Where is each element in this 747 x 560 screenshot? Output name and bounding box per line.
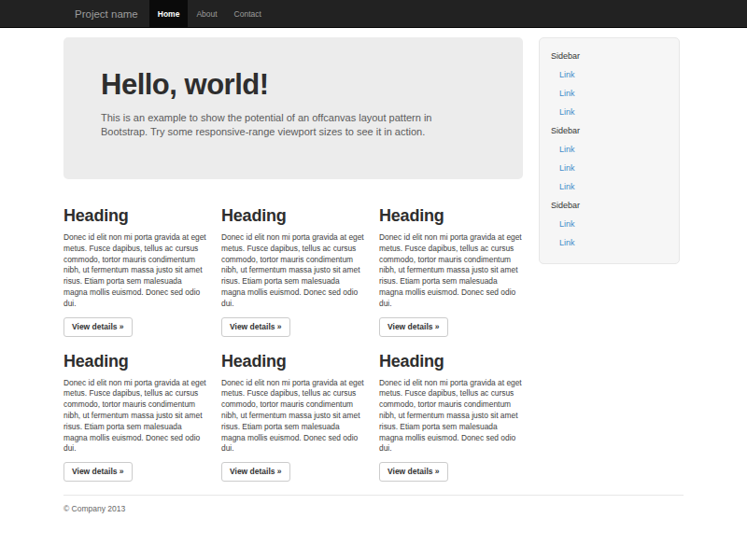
sidebar: Sidebar Link Link Link Sidebar Link Link… <box>539 37 680 264</box>
feature-card: Heading Donec id elit non mi porta gravi… <box>221 352 365 483</box>
sidebar-heading: Sidebar <box>551 47 668 65</box>
feature-card: Heading Donec id elit non mi porta gravi… <box>63 352 207 483</box>
sidebar-link[interactable]: Link <box>551 140 668 159</box>
nav-item-contact[interactable]: Contact <box>226 0 270 27</box>
feature-card: Heading Donec id elit non mi porta gravi… <box>221 206 365 337</box>
jumbotron-text: This is an example to show the potential… <box>101 111 474 139</box>
nav-item-about[interactable]: About <box>188 0 225 27</box>
view-details-button[interactable]: View details » <box>63 317 133 337</box>
card-heading: Heading <box>63 206 207 226</box>
sidebar-link[interactable]: Link <box>551 215 668 233</box>
sidebar-link[interactable]: Link <box>551 159 668 177</box>
sidebar-link[interactable]: Link <box>551 65 668 84</box>
cards-row-1: Heading Donec id elit non mi porta gravi… <box>63 206 523 337</box>
card-heading: Heading <box>221 206 365 226</box>
page-container: Hello, world! This is an example to show… <box>63 37 684 513</box>
card-body: Donec id elit non mi porta gravida at eg… <box>221 232 365 310</box>
sidebar-link[interactable]: Link <box>551 177 668 196</box>
feature-card: Heading Donec id elit non mi porta gravi… <box>379 352 523 483</box>
card-heading: Heading <box>221 352 365 371</box>
page-title: Hello, world! <box>101 68 486 102</box>
navbar-brand[interactable]: Project name <box>63 0 149 27</box>
sidebar-link[interactable]: Link <box>551 103 668 121</box>
sidebar-group-1: Sidebar Link Link Link <box>551 47 668 121</box>
card-body: Donec id elit non mi porta gravida at eg… <box>221 378 365 455</box>
sidebar-group-2: Sidebar Link Link Link <box>551 121 668 196</box>
card-heading: Heading <box>379 352 523 371</box>
card-body: Donec id elit non mi porta gravida at eg… <box>379 378 523 455</box>
feature-card: Heading Donec id elit non mi porta gravi… <box>63 206 207 337</box>
sidebar-heading: Sidebar <box>551 121 668 140</box>
card-body: Donec id elit non mi porta gravida at eg… <box>379 232 523 310</box>
sidebar-link[interactable]: Link <box>551 233 668 252</box>
view-details-button[interactable]: View details » <box>63 462 133 482</box>
card-body: Donec id elit non mi porta gravida at eg… <box>63 232 207 310</box>
footer-divider <box>63 495 684 496</box>
card-body: Donec id elit non mi porta gravida at eg… <box>63 378 207 455</box>
copyright-text: © Company 2013 <box>63 504 684 513</box>
view-details-button[interactable]: View details » <box>221 462 290 482</box>
card-heading: Heading <box>379 206 523 226</box>
view-details-button[interactable]: View details » <box>379 317 448 337</box>
navbar: Project name Home About Contact <box>0 0 747 28</box>
feature-card: Heading Donec id elit non mi porta gravi… <box>379 206 523 337</box>
sidebar-link[interactable]: Link <box>551 84 668 103</box>
content-row: Hello, world! This is an example to show… <box>63 37 684 482</box>
sidebar-heading: Sidebar <box>551 196 668 215</box>
footer: © Company 2013 <box>63 495 684 513</box>
card-heading: Heading <box>63 352 207 371</box>
main-column: Hello, world! This is an example to show… <box>63 37 523 482</box>
jumbotron: Hello, world! This is an example to show… <box>63 37 523 179</box>
sidebar-group-3: Sidebar Link Link <box>551 196 668 252</box>
nav-item-home[interactable]: Home <box>149 0 189 27</box>
view-details-button[interactable]: View details » <box>379 462 448 482</box>
view-details-button[interactable]: View details » <box>221 317 290 337</box>
cards-row-2: Heading Donec id elit non mi porta gravi… <box>63 352 523 483</box>
